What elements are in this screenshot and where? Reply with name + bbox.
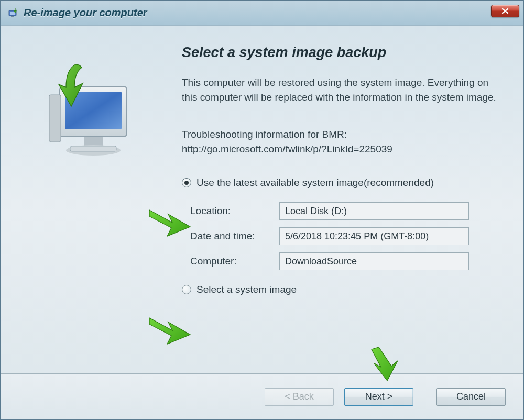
dialog-window: Re-image your computer — [0, 0, 524, 420]
location-value: Local Disk (D:) — [279, 202, 469, 220]
reimage-icon — [8, 7, 19, 18]
main-pane: Select a system image backup This comput… — [157, 45, 505, 361]
radio-latest-label: Use the latest available system image(re… — [196, 177, 434, 189]
svg-rect-2 — [11, 16, 14, 17]
troubleshoot-text: Troubleshooting information for BMR: htt… — [182, 127, 505, 156]
datetime-value: 5/6/2018 10:23:45 PM (GMT-8:00) — [279, 227, 469, 245]
close-icon — [501, 8, 509, 14]
page-heading: Select a system image backup — [182, 45, 505, 61]
content-area: Select a system image backup This comput… — [1, 26, 523, 361]
illustration-pane — [20, 45, 157, 361]
troubleshoot-link: http://go.microsoft.com/fwlink/p/?LinkId… — [182, 143, 392, 154]
svg-rect-1 — [10, 12, 15, 15]
field-location: Location: Local Disk (D:) — [190, 202, 505, 220]
image-info-fields: Location: Local Disk (D:) Date and time:… — [190, 202, 505, 270]
monitor-restore-icon — [39, 50, 138, 165]
titlebar: Re-image your computer — [1, 1, 523, 26]
datetime-label: Date and time: — [190, 230, 279, 242]
close-button[interactable] — [491, 5, 519, 17]
button-bar: < Back Next > Cancel — [1, 373, 523, 419]
radio-select-label: Select a system image — [196, 284, 297, 295]
radio-select-indicator — [182, 285, 191, 294]
window-title: Re-image your computer — [24, 7, 491, 19]
computer-value: DownloadSource — [279, 252, 469, 270]
back-button: < Back — [265, 388, 334, 406]
cancel-button[interactable]: Cancel — [436, 388, 506, 406]
svg-rect-5 — [84, 137, 103, 146]
computer-label: Computer: — [190, 256, 279, 267]
page-description: This computer will be restored using the… — [182, 75, 505, 104]
field-datetime: Date and time: 5/6/2018 10:23:45 PM (GMT… — [190, 227, 505, 245]
radio-latest-image[interactable]: Use the latest available system image(re… — [182, 177, 505, 189]
radio-select-image[interactable]: Select a system image — [182, 284, 505, 295]
field-computer: Computer: DownloadSource — [190, 252, 505, 270]
troubleshoot-label: Troubleshooting information for BMR: — [182, 129, 347, 140]
next-button[interactable]: Next > — [344, 388, 413, 406]
svg-rect-7 — [70, 146, 116, 151]
svg-rect-8 — [49, 95, 61, 142]
radio-latest-indicator — [182, 178, 191, 187]
location-label: Location: — [190, 205, 279, 217]
